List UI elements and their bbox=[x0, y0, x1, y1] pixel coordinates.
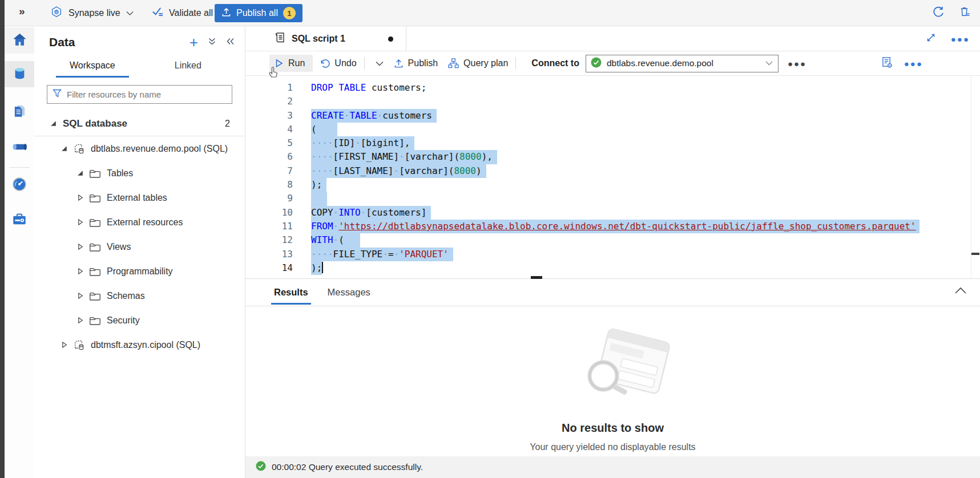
tree-item-security[interactable]: Security bbox=[34, 308, 245, 333]
collapse-panel-icon[interactable] bbox=[226, 37, 235, 48]
code-line-5[interactable]: 5····[ID]·[bigint], bbox=[245, 136, 980, 150]
line-number: 9 bbox=[245, 192, 293, 205]
editor-toolbar: Run Undo Publish Query plan Connect to bbox=[245, 51, 980, 76]
double-chevron-down-icon[interactable] bbox=[208, 37, 216, 48]
run-play-icon bbox=[275, 59, 284, 68]
tree-item-external-tables[interactable]: External tables bbox=[34, 185, 245, 210]
tree-open-arrow-icon[interactable] bbox=[60, 145, 68, 152]
code-line-11[interactable]: 11FROM·'https://dbtlabsynapsedatalake.bl… bbox=[245, 220, 980, 233]
dropdown-chevron-icon bbox=[765, 61, 773, 66]
selected-pool-name: dbtlabs.revenue.demo.pool bbox=[607, 58, 760, 68]
tree-closed-arrow-icon[interactable] bbox=[60, 341, 68, 349]
tab-messages[interactable]: Messages bbox=[326, 280, 372, 305]
more-toolbar-options-icon[interactable]: ●●● bbox=[904, 59, 923, 68]
code-line-8[interactable]: 8); bbox=[245, 178, 980, 192]
splitter-drag-handle[interactable] bbox=[531, 276, 542, 279]
tree-closed-arrow-icon[interactable] bbox=[76, 317, 84, 324]
query-plan-button[interactable]: Query plan bbox=[448, 58, 508, 68]
results-header: Results Messages bbox=[245, 279, 980, 306]
discard-trash-icon[interactable] bbox=[959, 6, 971, 21]
tree-item-dbtlabs-revenue-demo-pool-sql[interactable]: dbtlabs.revenue.demo.pool (SQL) bbox=[34, 136, 245, 161]
code-lines: 1DROP TABLE customers;23CREATE·TABLE·cus… bbox=[245, 81, 980, 275]
sql-code-editor[interactable]: 1DROP TABLE customers;23CREATE·TABLE·cus… bbox=[245, 76, 980, 279]
mode-label: Synapse live bbox=[68, 8, 120, 18]
line-number: 6 bbox=[245, 150, 293, 164]
tab-results[interactable]: Results bbox=[273, 280, 309, 305]
tree-item-tables[interactable]: Tables bbox=[34, 161, 245, 185]
rail-item-data[interactable] bbox=[5, 61, 34, 87]
more-options-icon[interactable]: ●●● bbox=[951, 34, 970, 44]
tree-closed-arrow-icon[interactable] bbox=[76, 243, 84, 250]
tree-closed-arrow-icon[interactable] bbox=[76, 268, 84, 275]
rail-item-home[interactable] bbox=[5, 27, 34, 54]
tree-closed-arrow-icon[interactable] bbox=[76, 292, 84, 299]
refresh-icon[interactable] bbox=[931, 6, 944, 21]
query-status-bar: 00:00:02 Query executed successfully. bbox=[245, 456, 980, 478]
code-line-4[interactable]: 4( bbox=[245, 123, 980, 136]
code-line-2[interactable]: 2 bbox=[245, 95, 980, 108]
expand-editor-icon[interactable] bbox=[926, 33, 936, 45]
rail-item-integrate[interactable] bbox=[5, 135, 34, 161]
rail-divider bbox=[9, 167, 30, 168]
tree-open-arrow-icon[interactable] bbox=[76, 169, 84, 177]
code-line-6[interactable]: 6····[FIRST_NAME]·[varchar](8000), bbox=[245, 150, 980, 164]
query-plan-icon bbox=[448, 58, 459, 68]
tree-closed-arrow-icon[interactable] bbox=[76, 218, 84, 226]
unsaved-indicator bbox=[388, 37, 393, 42]
add-resource-icon[interactable]: + bbox=[189, 37, 198, 48]
code-line-14[interactable]: 14); bbox=[245, 261, 980, 275]
folder-icon bbox=[89, 193, 101, 203]
mode-selector[interactable]: Synapse live bbox=[50, 0, 134, 26]
validate-all-label: Validate all bbox=[169, 8, 213, 18]
tree-item-dbtmsft-azsyn-cipool-sql[interactable]: dbtmsft.azsyn.cipool (SQL) bbox=[34, 333, 245, 357]
main-area: SQL script 1 ●●● Run Undo bbox=[245, 26, 980, 478]
publish-button[interactable]: Publish bbox=[394, 58, 438, 68]
line-number: 10 bbox=[245, 206, 293, 220]
line-number: 11 bbox=[245, 220, 293, 233]
run-button[interactable]: Run bbox=[269, 55, 313, 72]
home-icon bbox=[12, 32, 27, 50]
folder-icon bbox=[89, 168, 101, 179]
filter-resources-input[interactable] bbox=[67, 90, 227, 99]
tree-open-arrow-icon[interactable] bbox=[49, 120, 57, 127]
pool-icon bbox=[73, 143, 85, 155]
rail-item-monitor[interactable] bbox=[5, 172, 34, 199]
code-line-3[interactable]: 3CREATE·TABLE·customers bbox=[245, 109, 980, 123]
rail-item-develop[interactable] bbox=[5, 99, 34, 125]
code-line-1[interactable]: 1DROP TABLE customers; bbox=[245, 81, 980, 95]
tab-workspace[interactable]: Workspace bbox=[56, 57, 129, 78]
code-line-9[interactable]: 9 bbox=[245, 192, 980, 205]
rail-item-manage[interactable] bbox=[5, 207, 34, 233]
editor-tabstrip: SQL script 1 ●●● bbox=[245, 26, 980, 51]
code-line-10[interactable]: 10COPY·INTO·[customers] bbox=[245, 206, 980, 220]
validate-all-button[interactable]: Validate all bbox=[152, 0, 213, 26]
tree-item-sql-database[interactable]: SQL database2 bbox=[34, 111, 245, 136]
undo-button[interactable]: Undo bbox=[320, 58, 356, 68]
collapse-results-icon[interactable] bbox=[954, 286, 967, 297]
code-line-7[interactable]: 7····[LAST_NAME]·[varchar](8000) bbox=[245, 164, 980, 178]
sidebar-expand-icon[interactable]: » bbox=[19, 5, 25, 18]
window-edge bbox=[0, 0, 5, 478]
data-panel-title: Data bbox=[49, 35, 75, 49]
pool-selector-dropdown[interactable]: dbtlabs.revenue.demo.pool bbox=[586, 55, 779, 72]
code-line-13[interactable]: 13····FILE_TYPE·=·'PARQUET' bbox=[245, 248, 980, 261]
status-message: 00:00:02 Query executed successfully. bbox=[272, 462, 423, 472]
data-panel: Data + Workspace Linked SQL database2dbt… bbox=[34, 26, 245, 478]
tree-item-label: Programmability bbox=[107, 266, 173, 277]
editor-scrollbar[interactable] bbox=[971, 76, 980, 278]
tree-item-views[interactable]: Views bbox=[34, 234, 245, 259]
tree-item-programmability[interactable]: Programmability bbox=[34, 259, 245, 283]
tree-item-external-resources[interactable]: External resources bbox=[34, 210, 245, 234]
tree-item-label: Security bbox=[107, 315, 140, 326]
line-number: 3 bbox=[245, 109, 293, 123]
script-properties-icon[interactable] bbox=[881, 56, 893, 71]
tab-linked[interactable]: Linked bbox=[161, 57, 215, 78]
publish-all-button[interactable]: Publish all 1 bbox=[215, 4, 303, 22]
code-line-12[interactable]: 12WITH·( bbox=[245, 233, 980, 247]
success-check-icon bbox=[256, 461, 266, 473]
tree-closed-arrow-icon[interactable] bbox=[76, 194, 84, 201]
run-options-chevron[interactable] bbox=[372, 56, 387, 71]
more-commands-icon[interactable]: ●●● bbox=[788, 59, 806, 68]
tab-sql-script-1[interactable]: SQL script 1 bbox=[245, 26, 406, 51]
tree-item-schemas[interactable]: Schemas bbox=[34, 283, 245, 308]
